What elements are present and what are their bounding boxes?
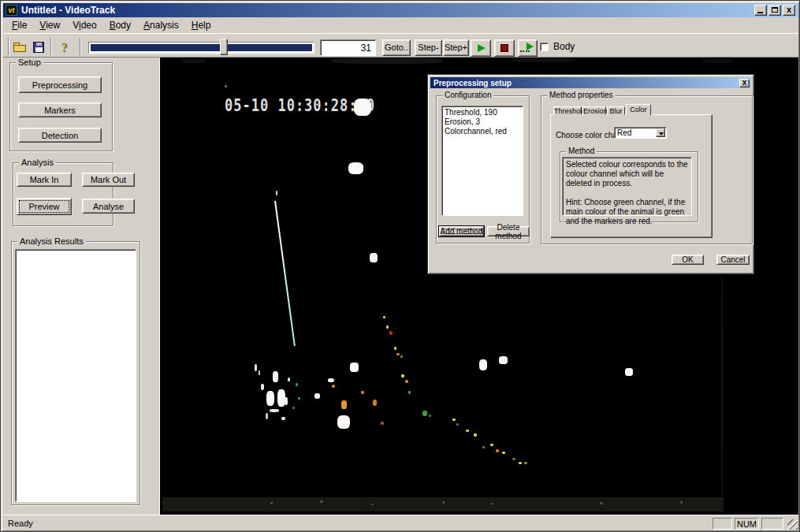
video-speck	[502, 452, 505, 454]
dialog-close-button[interactable]: x	[739, 79, 750, 87]
status-panel-num: NUM	[735, 518, 759, 530]
tab-blur[interactable]: Blur	[607, 106, 625, 115]
video-speck	[600, 502, 603, 504]
video-speck	[456, 423, 459, 426]
chevron-down-icon[interactable]	[656, 128, 665, 137]
video-speck	[276, 191, 277, 195]
help-button[interactable]: ?	[55, 39, 74, 57]
step-minus-button[interactable]: Step-	[415, 39, 442, 56]
video-speck	[482, 446, 485, 448]
main-window: vt Untitled - VideoTrack x FileViewVideo…	[0, 0, 800, 532]
video-speck	[273, 371, 278, 382]
video-speck	[370, 253, 378, 262]
step-plus-button[interactable]: Step+	[443, 39, 469, 56]
method-description-line2: Hint: Choose green channel, if the main …	[566, 198, 688, 226]
play-icon	[478, 44, 486, 52]
minimize-button[interactable]	[754, 5, 767, 16]
preprocessing-button[interactable]: Preprocessing	[18, 76, 102, 93]
menu-body[interactable]: Body	[103, 18, 137, 33]
video-speck	[401, 374, 404, 378]
frame-slider-thumb[interactable]	[220, 39, 228, 55]
method-group-title: Method	[566, 147, 597, 155]
status-panel-caps	[713, 518, 732, 530]
toolbar-separator	[80, 38, 81, 55]
body-checkbox[interactable]	[540, 43, 549, 51]
video-speck	[452, 419, 456, 421]
video-speck	[320, 500, 323, 503]
close-button[interactable]: x	[783, 5, 795, 16]
color-channel-select[interactable]: Red	[614, 127, 667, 139]
video-speck	[381, 422, 384, 425]
preview-button[interactable]: Preview	[17, 198, 72, 215]
video-speck	[442, 501, 445, 504]
video-timestamp: 05-10 10:30:28:40	[225, 95, 375, 115]
open-file-button[interactable]	[12, 39, 29, 57]
menu-analysis[interactable]: Analysis	[137, 18, 185, 33]
delete-method-button[interactable]: Delete method	[487, 226, 530, 236]
tab-threshold[interactable]: Threshold	[553, 106, 582, 115]
dialog-title: Preprocessing setup	[433, 79, 739, 87]
menu-video[interactable]: Video	[66, 18, 103, 33]
mark-in-button[interactable]: Mark In	[17, 173, 72, 187]
analysis-results-list[interactable]	[15, 249, 136, 502]
cancel-button[interactable]: Cancel	[716, 255, 750, 265]
save-button[interactable]	[31, 39, 48, 57]
video-speck	[394, 347, 396, 350]
video-speck	[288, 378, 290, 381]
close-icon: x	[783, 5, 794, 14]
video-speck	[496, 449, 499, 452]
add-method-button[interactable]: Add method	[439, 226, 484, 236]
maximize-icon	[772, 7, 778, 13]
statusbar: Ready NUM	[3, 515, 798, 530]
play-button[interactable]	[471, 39, 491, 57]
configuration-group-title: Configuration	[442, 91, 493, 99]
analyse-button[interactable]: Analyse	[82, 199, 135, 214]
frame-slider[interactable]	[88, 42, 314, 54]
stop-button[interactable]	[494, 39, 515, 57]
frame-number-input[interactable]	[320, 39, 376, 56]
play-track-button[interactable]	[518, 39, 538, 57]
help-icon: ?	[55, 39, 74, 57]
video-speck	[354, 99, 371, 116]
goto-button[interactable]: Goto..	[382, 39, 411, 56]
video-speck	[298, 397, 300, 400]
menu-help[interactable]: Help	[185, 18, 218, 33]
video-speck	[332, 58, 442, 64]
detection-button[interactable]: Detection	[18, 128, 102, 143]
video-speck	[341, 400, 347, 409]
markers-button[interactable]: Markers	[18, 102, 102, 117]
video-speck	[285, 397, 288, 405]
video-speck	[371, 504, 374, 505]
ok-button[interactable]: OK	[672, 255, 704, 265]
video-speck	[270, 502, 273, 504]
video-speck	[328, 378, 334, 382]
toolbar-separator	[8, 38, 9, 55]
video-speck	[408, 391, 411, 394]
configuration-list-item[interactable]: Erosion, 3	[445, 117, 523, 127]
configuration-list-item[interactable]: Colorchannel, red	[445, 127, 523, 136]
video-speck	[373, 400, 377, 406]
menu-view[interactable]: View	[33, 18, 66, 33]
dialog-titlebar[interactable]: Preprocessing setup x	[430, 77, 751, 88]
video-speck	[490, 444, 493, 446]
play-track-icon	[520, 50, 530, 52]
video-speck	[524, 462, 527, 464]
menu-file[interactable]: File	[6, 18, 33, 33]
video-speck	[296, 383, 298, 386]
video-speck	[281, 417, 285, 420]
configuration-list[interactable]: Threshold, 190Erosion, 3Colorchannel, re…	[441, 106, 523, 216]
status-text: Ready	[8, 519, 33, 528]
video-speck	[332, 385, 335, 388]
maximize-button[interactable]	[768, 5, 781, 16]
resize-grip[interactable]	[787, 519, 798, 530]
tab-color[interactable]: Color	[626, 104, 651, 116]
configuration-list-item[interactable]: Threshold, 190	[445, 108, 523, 117]
video-speck	[270, 409, 279, 412]
video-speck	[386, 326, 389, 329]
video-speck	[512, 458, 515, 460]
video-speck	[499, 356, 508, 364]
analysis-results-title: Analysis Results	[17, 236, 86, 246]
mark-out-button[interactable]: Mark Out	[82, 173, 135, 187]
tab-erosion[interactable]: Erosion	[582, 106, 606, 115]
stop-icon	[500, 44, 508, 52]
